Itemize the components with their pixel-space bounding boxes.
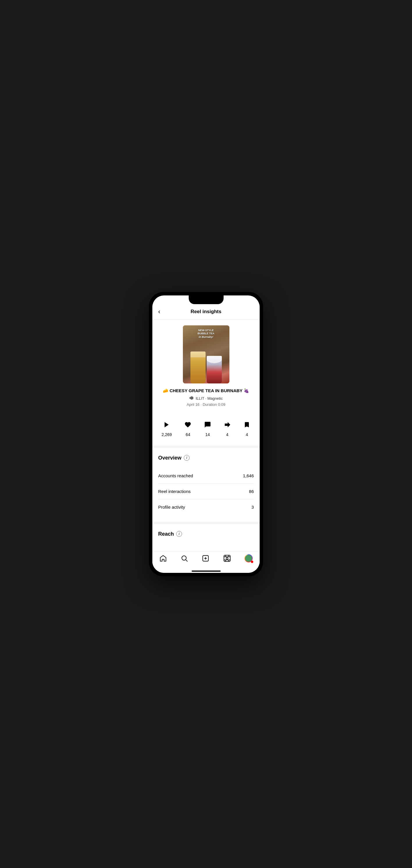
stat-plays: 2,269 (161, 421, 172, 437)
profile-activity-value: 3 (252, 504, 254, 509)
profile-activity-label: Profile activity (158, 504, 185, 509)
reel-preview: NEW-STYLEBUBBLE TEAin Burnaby! 🧀 CHEESY … (152, 319, 260, 415)
svg-rect-11 (224, 555, 230, 561)
back-button[interactable]: ‹ (158, 308, 160, 315)
save-icon (243, 421, 251, 430)
accounts-reached-label: Accounts reached (158, 473, 193, 478)
accounts-reached-value: 1,646 (243, 473, 254, 478)
reach-header: Reach i (158, 531, 254, 537)
page-title: Reel insights (191, 309, 222, 315)
tea-cups (183, 337, 229, 383)
svg-marker-4 (165, 422, 169, 427)
music-info: ILLIT · Magnetic (189, 396, 223, 401)
nav-create[interactable] (202, 555, 209, 562)
plays-value: 2,269 (161, 432, 172, 437)
saves-value: 4 (246, 432, 248, 437)
svg-rect-1 (191, 397, 191, 399)
svg-marker-5 (225, 422, 230, 427)
overview-section: Overview i Accounts reached 1,646 Reel i… (152, 448, 260, 524)
screen-content: ‹ Reel insights NEW-STYLEBUBBLE TEAin Bu… (152, 304, 260, 573)
likes-value: 64 (186, 432, 190, 437)
svg-point-6 (182, 556, 186, 560)
svg-line-7 (186, 559, 187, 561)
nav-reels[interactable] (223, 555, 231, 562)
music-label: ILLIT · Magnetic (196, 396, 223, 401)
bottom-nav (152, 551, 260, 568)
overview-info-icon[interactable]: i (184, 455, 189, 461)
thumbnail-text: NEW-STYLEBUBBLE TEAin Burnaby! (198, 329, 214, 339)
svg-rect-2 (192, 396, 192, 400)
phone-frame: ‹ Reel insights NEW-STYLEBUBBLE TEAin Bu… (149, 292, 263, 576)
play-icon (163, 421, 170, 430)
reach-section: Reach i (152, 524, 260, 551)
shares-value: 4 (226, 432, 229, 437)
comment-icon (204, 421, 211, 430)
date-duration: April 16 · Duration 0:09 (187, 402, 225, 407)
stat-shares: 4 (224, 421, 231, 437)
nav-home[interactable] (159, 555, 167, 562)
reach-title: Reach (158, 531, 174, 537)
phone-screen: ‹ Reel insights NEW-STYLEBUBBLE TEAin Bu… (152, 296, 260, 573)
cup-right (207, 356, 222, 383)
profile-avatar (244, 554, 253, 562)
stat-likes: 64 (184, 421, 191, 437)
stat-saves: 4 (243, 421, 251, 437)
reel-interactions-label: Reel interactions (158, 489, 191, 494)
notch (189, 296, 224, 304)
svg-rect-3 (193, 397, 193, 399)
comments-value: 14 (205, 432, 210, 437)
reel-interactions-value: 86 (249, 489, 254, 494)
profile-activity-row: Profile activity 3 (158, 499, 254, 515)
nav-search[interactable] (181, 555, 188, 562)
stat-comments: 14 (204, 421, 211, 437)
reach-info-icon[interactable]: i (176, 531, 182, 537)
stats-row: 2,269 64 14 (152, 415, 260, 448)
svg-point-12 (226, 557, 228, 559)
svg-rect-0 (189, 397, 190, 399)
home-indicator (192, 570, 221, 572)
accounts-reached-row: Accounts reached 1,646 (158, 468, 254, 484)
overview-header: Overview i (158, 455, 254, 461)
music-icon (189, 396, 194, 401)
reel-thumbnail[interactable]: NEW-STYLEBUBBLE TEAin Burnaby! (183, 326, 229, 383)
cup-left (190, 351, 206, 383)
heart-icon (184, 421, 191, 430)
header: ‹ Reel insights (152, 304, 260, 319)
reel-interactions-row[interactable]: Reel interactions 86 (158, 484, 254, 499)
reel-caption: 🧀 CHEESY GRAPE TEA IN BURNABY 🍇 (163, 388, 249, 393)
notification-dot (251, 561, 253, 563)
nav-profile[interactable] (244, 554, 253, 562)
share-icon (224, 421, 231, 430)
overview-title: Overview (158, 455, 181, 461)
